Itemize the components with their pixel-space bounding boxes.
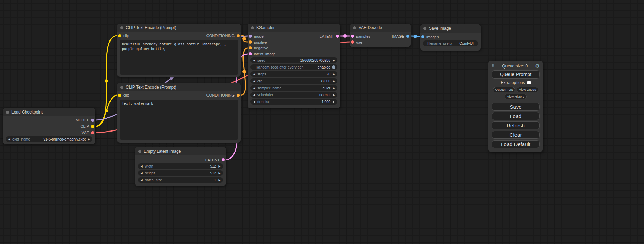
wire-midpoint-dot (343, 34, 347, 38)
widget-scheduler[interactable]: ◀ scheduler normal ▶ (250, 92, 337, 98)
view-queue-button[interactable]: View Queue (517, 87, 538, 92)
refresh-button[interactable]: Refresh (492, 121, 540, 129)
node-title-bar[interactable]: Empty Latent Image (135, 147, 226, 155)
increment-arrow-icon[interactable]: ▶ (332, 100, 336, 103)
input-slot-latent-image[interactable] (249, 52, 252, 55)
input-slot-images[interactable] (421, 35, 424, 38)
node-title: Load Checkpoint (11, 110, 43, 115)
input-slot-vae[interactable] (351, 40, 354, 44)
node-title-bar[interactable]: VAE Decode (350, 24, 411, 32)
widget-seed[interactable]: ◀ seed 156680208700286 ▶ (250, 57, 337, 63)
decrement-arrow-icon[interactable]: ◀ (140, 165, 143, 168)
node-graph-canvas[interactable]: Load Checkpoint MODEL CLIP VAE ◀ ckpt_na… (0, 0, 644, 244)
node-empty-latent-image: Empty Latent Image LATENT ◀ width 512 ▶ … (135, 147, 226, 186)
increment-arrow-icon[interactable]: ▶ (332, 93, 336, 97)
collapse-dot-icon[interactable] (6, 111, 9, 114)
collapse-dot-icon[interactable] (120, 26, 123, 29)
decrement-arrow-icon[interactable]: ◀ (140, 179, 143, 182)
wire-midpoint-dot (242, 70, 246, 73)
prompt-textarea[interactable]: beautiful scenery nature glass bottle la… (120, 40, 238, 75)
extra-options-label: Extra options (501, 80, 525, 85)
prompt-textarea[interactable]: text, watermark (120, 100, 238, 140)
slot-row: negative (248, 45, 340, 51)
widget-batch-size[interactable]: ◀ batch_size 1 ▶ (138, 177, 223, 183)
view-history-button[interactable]: View History (505, 94, 527, 99)
save-button[interactable]: Save (492, 103, 540, 111)
slot-row: CLIP (3, 123, 95, 129)
node-title-bar[interactable]: CLIP Text Encode (Prompt) (117, 24, 241, 32)
output-slot-label: CLIP (81, 124, 89, 128)
toggle-knob-icon[interactable] (332, 65, 335, 69)
node-title-bar[interactable]: CLIP Text Encode (Prompt) (117, 83, 241, 91)
slot-row: vae (350, 39, 411, 45)
increment-arrow-icon[interactable]: ▶ (332, 73, 336, 76)
output-slot-latent[interactable] (336, 35, 339, 38)
output-slot-label: IMAGE (392, 34, 404, 38)
increment-arrow-icon[interactable]: ▶ (332, 87, 336, 90)
node-title: CLIP Text Encode (Prompt) (126, 25, 176, 30)
output-slot-label: MODEL (76, 118, 89, 122)
output-slot-latent[interactable] (222, 158, 225, 161)
widget-random-seed-toggle[interactable]: Random seed after every gen enabled (250, 64, 337, 70)
decrement-arrow-icon[interactable]: ◀ (252, 87, 256, 90)
decrement-arrow-icon[interactable]: ◀ (252, 73, 256, 76)
input-slot-label: latent_image (254, 52, 276, 56)
queue-prompt-button[interactable]: Queue Prompt (492, 70, 540, 79)
node-vae-decode: VAE Decode samples IMAGE vae (350, 24, 411, 47)
input-slot-samples[interactable] (351, 35, 354, 38)
widget-sampler-name[interactable]: ◀ sampler_name euler ▶ (250, 85, 337, 91)
widget-steps[interactable]: ◀ steps 20 ▶ (250, 71, 337, 77)
node-title-bar[interactable]: Save Image (420, 24, 481, 33)
widget-height[interactable]: ◀ height 512 ▶ (138, 170, 223, 176)
output-slot-model[interactable] (91, 119, 94, 122)
output-slot-vae[interactable] (91, 131, 94, 134)
node-title-bar[interactable]: Load Checkpoint (3, 108, 95, 116)
output-slot-clip[interactable] (91, 125, 94, 128)
queue-front-button[interactable]: Queue Front (493, 87, 515, 92)
decrement-arrow-icon[interactable]: ◀ (140, 172, 143, 175)
decrement-arrow-icon[interactable]: ◀ (7, 138, 11, 141)
load-default-button[interactable]: Load Default (492, 140, 540, 148)
widget-denoise[interactable]: ◀ denoise 1.000 ▶ (250, 99, 337, 105)
output-slot-label: VAE (82, 130, 89, 135)
collapse-dot-icon[interactable] (120, 86, 123, 89)
slot-row: model LATENT (248, 33, 340, 39)
increment-arrow-icon[interactable]: ▶ (218, 165, 221, 168)
decrement-arrow-icon[interactable]: ◀ (252, 93, 256, 97)
increment-arrow-icon[interactable]: ▶ (332, 59, 336, 62)
widget-filename-prefix[interactable]: filename_prefix ComfyUI (423, 40, 478, 46)
input-slot-negative[interactable] (249, 46, 252, 49)
increment-arrow-icon[interactable]: ▶ (218, 172, 221, 175)
widget-cfg[interactable]: ◀ cfg 8.000 ▶ (250, 78, 337, 84)
collapse-dot-icon[interactable] (251, 26, 254, 29)
node-title-bar[interactable]: KSampler (248, 24, 340, 32)
load-button[interactable]: Load (492, 112, 540, 120)
node-clip-text-encode-positive: CLIP Text Encode (Prompt) clip CONDITION… (117, 24, 241, 77)
output-slot-label: CONDITIONING (206, 93, 235, 97)
collapse-dot-icon[interactable] (423, 27, 426, 30)
increment-arrow-icon[interactable]: ▶ (87, 138, 91, 141)
widget-ckpt-name[interactable]: ◀ ckpt_name v1-5-pruned-emaonly.ckpt ▶ (6, 136, 92, 142)
output-slot-conditioning[interactable] (237, 94, 240, 97)
widget-width[interactable]: ◀ width 512 ▶ (138, 163, 223, 169)
output-slot-image[interactable] (406, 35, 409, 38)
node-save-image: Save Image images filename_prefix ComfyU… (420, 24, 481, 51)
extra-options-checkbox[interactable] (527, 81, 531, 84)
input-slot-clip[interactable] (118, 94, 121, 97)
output-slot-conditioning[interactable] (237, 34, 240, 37)
input-slot-label: clip (123, 34, 129, 38)
collapse-dot-icon[interactable] (138, 150, 141, 153)
input-slot-model[interactable] (249, 35, 252, 38)
drag-handle-icon[interactable]: ⠿ (492, 64, 495, 68)
decrement-arrow-icon[interactable]: ◀ (252, 100, 256, 103)
decrement-arrow-icon[interactable]: ◀ (252, 80, 256, 83)
settings-gear-icon[interactable]: ⚙ (535, 63, 540, 69)
increment-arrow-icon[interactable]: ▶ (218, 179, 221, 182)
slot-row: MODEL (3, 117, 95, 123)
collapse-dot-icon[interactable] (353, 26, 356, 29)
input-slot-positive[interactable] (249, 40, 252, 44)
increment-arrow-icon[interactable]: ▶ (332, 80, 336, 83)
decrement-arrow-icon[interactable]: ◀ (252, 59, 256, 62)
input-slot-clip[interactable] (118, 34, 121, 37)
clear-button[interactable]: Clear (492, 131, 540, 139)
